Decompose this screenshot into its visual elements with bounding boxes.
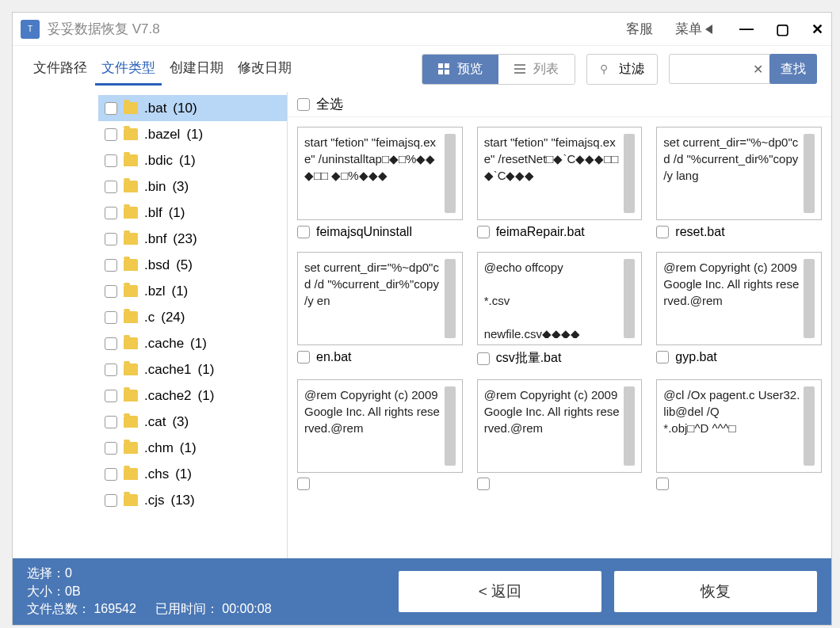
tree-item[interactable]: .bzl (1) [98, 278, 287, 304]
file-checkbox[interactable] [656, 478, 669, 490]
file-card[interactable]: set current_dir="%~dp0"cd /d "%current_d… [297, 252, 463, 367]
tree-checkbox[interactable] [105, 154, 117, 167]
tree-checkbox[interactable] [105, 311, 117, 324]
preview-scrollbar[interactable] [624, 386, 635, 466]
file-checkbox[interactable] [297, 226, 310, 238]
select-all-label: 全选 [316, 95, 343, 113]
tree-checkbox[interactable] [105, 233, 117, 245]
file-card[interactable]: @echo offcopy*.csvnewfile.csv◆◆◆◆ csv批量.… [477, 252, 643, 367]
tree-checkbox[interactable] [105, 442, 117, 455]
file-preview[interactable]: @rem Copyright (c) 2009 Google Inc. All … [477, 379, 643, 473]
file-checkbox[interactable] [656, 351, 669, 363]
tree-item-count: (13) [171, 493, 195, 508]
tree-item[interactable]: .bsd (5) [98, 252, 287, 278]
preview-scrollbar[interactable] [445, 386, 456, 466]
preview-scrollbar[interactable] [624, 134, 635, 213]
folder-icon [124, 337, 138, 349]
preview-text: @echo offcopy*.csvnewfile.csv◆◆◆◆ [484, 259, 621, 338]
file-preview[interactable]: @rem Copyright (c) 2009 Google Inc. All … [297, 379, 463, 473]
tree-item[interactable]: .cat (3) [98, 409, 287, 435]
select-all-row[interactable]: 全选 [288, 92, 831, 117]
preview-scrollbar[interactable] [445, 259, 456, 338]
filter-button[interactable]: ⚲ 过滤 [586, 54, 658, 85]
tree-item[interactable]: .c (24) [98, 304, 287, 330]
tree-item[interactable]: .bat (10) [98, 95, 287, 121]
file-checkbox[interactable] [656, 226, 669, 238]
file-preview[interactable]: @echo offcopy*.csvnewfile.csv◆◆◆◆ [477, 252, 643, 345]
tab-file-path[interactable]: 文件路径 [27, 52, 94, 86]
folder-icon [124, 154, 138, 166]
tree-checkbox[interactable] [105, 468, 117, 481]
folder-icon [124, 468, 138, 480]
file-card[interactable]: @rem Copyright (c) 2009 Google Inc. All … [477, 379, 643, 490]
tree-checkbox[interactable] [105, 102, 117, 115]
tree-checkbox[interactable] [105, 285, 117, 298]
tree-item[interactable]: .bdic (1) [98, 147, 287, 173]
tree-checkbox[interactable] [105, 390, 117, 402]
tab-modified-date[interactable]: 修改日期 [231, 52, 298, 86]
file-preview[interactable]: start "fetion" "feimajsq.exe" /resetNet□… [477, 127, 643, 220]
tree-item[interactable]: .cjs (13) [98, 487, 287, 513]
preview-scrollbar[interactable] [804, 386, 815, 466]
preview-text: @cl /Ox pagent.c User32.lib@del /Q*.obj□… [663, 386, 800, 466]
file-preview[interactable]: set current_dir="%~dp0"cd /d "%current_d… [297, 252, 463, 345]
tree-item[interactable]: .bazel (1) [98, 121, 287, 147]
tree-item[interactable]: .bnf (23) [98, 226, 287, 252]
file-type-tree: .bat (10) .bazel (1) .bdic (1) .bin (3) … [13, 92, 287, 558]
tree-item[interactable]: .cache2 (1) [98, 383, 287, 409]
minimize-button[interactable]: — [739, 21, 754, 38]
tree-checkbox[interactable] [105, 363, 117, 376]
file-card[interactable]: set current_dir="%~dp0"cd /d "%current_d… [656, 127, 822, 239]
tree-item[interactable]: .cache1 (1) [98, 356, 287, 383]
tree-checkbox[interactable] [105, 494, 117, 507]
preview-scrollbar[interactable] [804, 134, 815, 213]
clear-icon[interactable]: ✕ [753, 62, 763, 77]
file-label-row: feimajsqUninstall [297, 225, 463, 239]
tree-item[interactable]: .chs (1) [98, 461, 287, 487]
preview-view-button[interactable]: 预览 [422, 55, 498, 84]
file-card[interactable]: @cl /Ox pagent.c User32.lib@del /Q*.obj□… [656, 379, 822, 490]
tree-item-ext: .bnf [144, 231, 166, 247]
file-preview[interactable]: set current_dir="%~dp0"cd /d "%current_d… [656, 127, 822, 220]
recover-button[interactable]: 恢复 [614, 571, 817, 612]
file-preview[interactable]: start "fetion" "feimajsq.exe" /uninstall… [297, 127, 463, 220]
file-card[interactable]: start "fetion" "feimajsq.exe" /resetNet□… [477, 127, 643, 239]
preview-scrollbar[interactable] [445, 134, 456, 213]
tree-item[interactable]: .blf (1) [98, 200, 287, 226]
preview-scrollbar[interactable] [624, 259, 635, 338]
file-preview[interactable]: @cl /Ox pagent.c User32.lib@del /Q*.obj□… [656, 379, 822, 473]
list-view-button[interactable]: 列表 [498, 55, 575, 84]
tree-item[interactable]: .cache (1) [98, 330, 287, 356]
file-checkbox[interactable] [477, 478, 490, 490]
menu-button[interactable]: 菜单 [675, 20, 712, 38]
tree-item-ext: .chs [144, 466, 169, 482]
customer-service-button[interactable]: 客服 [626, 20, 653, 38]
tree-checkbox[interactable] [105, 259, 117, 272]
close-button[interactable]: ✕ [811, 21, 823, 38]
tree-checkbox[interactable] [105, 416, 117, 428]
app-icon: T [21, 20, 40, 39]
file-checkbox[interactable] [297, 478, 310, 490]
tree-item[interactable]: .bin (3) [98, 173, 287, 200]
file-card[interactable]: @rem Copyright (c) 2009 Google Inc. All … [656, 252, 822, 367]
tree-item-count: (3) [172, 414, 189, 430]
tree-checkbox[interactable] [105, 128, 117, 141]
file-card[interactable]: @rem Copyright (c) 2009 Google Inc. All … [297, 379, 463, 490]
preview-scrollbar[interactable] [804, 259, 815, 338]
select-all-checkbox[interactable] [297, 98, 310, 111]
search-button[interactable]: 查找 [769, 54, 817, 84]
file-checkbox[interactable] [297, 351, 310, 363]
tab-created-date[interactable]: 创建日期 [163, 52, 230, 86]
maximize-button[interactable]: ▢ [776, 21, 789, 38]
file-preview[interactable]: @rem Copyright (c) 2009 Google Inc. All … [656, 252, 822, 345]
file-checkbox[interactable] [477, 226, 490, 238]
file-label-row: csv批量.bat [477, 350, 643, 367]
tree-item[interactable]: .chm (1) [98, 435, 287, 461]
tree-checkbox[interactable] [105, 181, 117, 193]
tree-checkbox[interactable] [105, 207, 117, 219]
tree-checkbox[interactable] [105, 337, 117, 350]
tab-file-type[interactable]: 文件类型 [95, 52, 162, 86]
back-button[interactable]: < 返回 [399, 571, 601, 612]
file-card[interactable]: start "fetion" "feimajsq.exe" /uninstall… [297, 127, 463, 239]
file-checkbox[interactable] [477, 352, 490, 365]
